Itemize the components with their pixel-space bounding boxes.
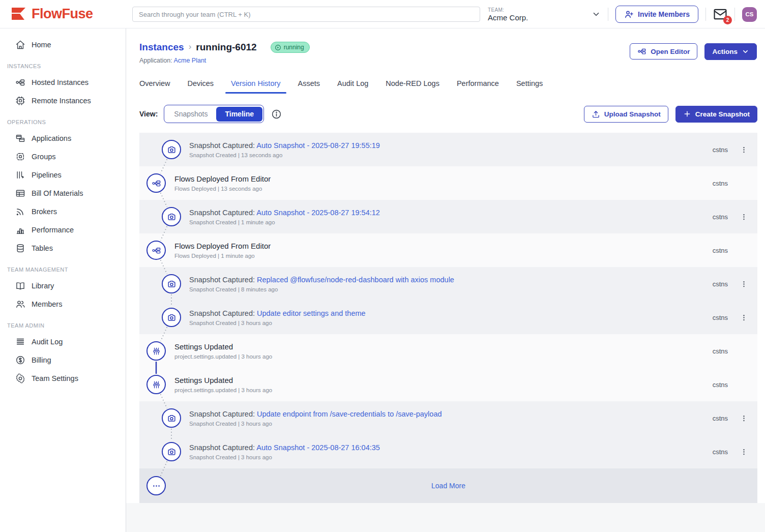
event-title: Flows Deployed From Editor — [174, 174, 271, 183]
snapshot-link[interactable]: Update editor settings and theme — [257, 309, 366, 317]
kebab-menu-icon[interactable] — [738, 311, 749, 323]
timeline-row: Flows Deployed From Editor Flows Deploye… — [139, 166, 757, 200]
bom-icon — [15, 188, 25, 198]
tab-version-history[interactable]: Version History — [225, 74, 286, 94]
applications-icon — [15, 133, 25, 143]
info-icon[interactable] — [271, 109, 282, 120]
sidebar-item-brokers[interactable]: Brokers — [0, 202, 126, 221]
actions-label: Actions — [712, 48, 738, 55]
camera-icon — [162, 408, 181, 428]
breadcrumb: Instances › running-6012 running — [139, 42, 310, 53]
event-title: Settings Updated — [174, 376, 272, 385]
flowfuse-logo-icon — [10, 7, 27, 22]
sidebar-item-audit-log[interactable]: Audit Log — [0, 333, 126, 351]
status-badge: running — [271, 42, 310, 53]
invite-members-label: Invite Members — [638, 10, 690, 18]
timeline-row-user: cstns — [713, 415, 728, 422]
timeline-row-meta: Snapshot Created | 3 hours ago — [189, 320, 366, 326]
tab-audit-log[interactable]: Audit Log — [332, 74, 374, 94]
timeline-row-meta: Snapshot Created | 3 hours ago — [189, 421, 442, 427]
sidebar-item-members[interactable]: Members — [0, 295, 126, 313]
camera-icon — [162, 274, 181, 293]
sidebar-item-label: Bill Of Materials — [32, 189, 83, 197]
sidebar-item-remote-instances[interactable]: Remote Instances — [0, 92, 126, 110]
timeline-row-meta: Flows Deployed | 1 minute ago — [174, 253, 271, 259]
view-option-snapshots[interactable]: Snapshots — [165, 107, 216, 122]
sidebar-item-label: Audit Log — [32, 338, 63, 346]
flowfuse-logo[interactable]: FlowFuse — [10, 6, 93, 22]
user-avatar[interactable]: CS — [742, 7, 757, 22]
snapshot-captured-label: Snapshot Captured: — [189, 209, 256, 217]
breadcrumb-instances-link[interactable]: Instances — [139, 42, 184, 53]
user-plus-icon — [624, 10, 634, 19]
snapshot-link[interactable]: Auto Snapshot - 2025-08-27 19:54:12 — [256, 209, 380, 217]
invite-members-button[interactable]: Invite Members — [615, 6, 698, 23]
chip-icon — [15, 96, 25, 106]
view-option-timeline[interactable]: Timeline — [216, 107, 262, 122]
timeline-row: Snapshot Captured: Replaced @flowfuse/no… — [139, 267, 757, 301]
create-snapshot-label: Create Snapshot — [695, 110, 750, 118]
sidebar-item-applications[interactable]: Applications — [0, 129, 126, 147]
sidebar-item-performance[interactable]: Performance — [0, 221, 126, 239]
create-snapshot-button[interactable]: Create Snapshot — [675, 106, 757, 123]
timeline-row-user: cstns — [713, 314, 728, 321]
sidebar-item-label: Library — [32, 282, 54, 290]
kebab-menu-icon[interactable] — [738, 143, 749, 156]
header-divider — [608, 8, 608, 21]
sidebar-item-groups[interactable]: Groups — [0, 147, 126, 166]
sidebar-item-bill-of-materials[interactable]: Bill Of Materials — [0, 184, 126, 202]
tab-bar: OverviewDevicesVersion HistoryAssetsAudi… — [134, 74, 554, 94]
sidebar-item-library[interactable]: Library — [0, 277, 126, 295]
content-background — [126, 503, 765, 532]
top-navbar: FlowFuse TEAM: Acme Corp. Invite Members — [0, 0, 765, 28]
library-icon — [15, 281, 25, 291]
kebab-menu-icon[interactable] — [738, 446, 749, 458]
snapshot-link[interactable]: Replaced @flowfuse/node-red-dashboard wi… — [257, 276, 454, 284]
groups-icon — [15, 152, 25, 162]
performance-icon — [15, 225, 25, 235]
sidebar-item-label: Billing — [32, 356, 51, 364]
tables-icon — [15, 243, 25, 253]
tab-devices[interactable]: Devices — [182, 74, 219, 94]
sidebar-item-team-settings[interactable]: Team Settings — [0, 369, 126, 388]
snapshot-link[interactable]: Auto Snapshot - 2025-08-27 16:04:35 — [256, 444, 380, 452]
billing-icon — [15, 355, 25, 365]
timeline-row-meta: Snapshot Created | 8 minutes ago — [189, 286, 454, 292]
view-toggle: SnapshotsTimeline — [164, 105, 264, 123]
application-link[interactable]: Acme Plant — [173, 57, 206, 64]
sidebar-item-tables[interactable]: Tables — [0, 239, 126, 257]
snapshot-link[interactable]: Update endpoint from /save-credentials t… — [257, 410, 442, 418]
timeline-row: Snapshot Captured: Update endpoint from … — [139, 401, 757, 435]
ellipsis-icon — [146, 476, 166, 495]
tab-node-red-logs[interactable]: Node-RED Logs — [380, 74, 445, 94]
plus-icon — [683, 110, 691, 118]
kebab-menu-icon[interactable] — [738, 412, 749, 424]
sidebar-section-label: OPERATIONS — [0, 110, 126, 129]
open-editor-button[interactable]: Open Editor — [630, 43, 697, 60]
kebab-menu-icon[interactable] — [738, 278, 749, 290]
sidebar-item-hosted-instances[interactable]: Hosted Instances — [0, 73, 126, 92]
upload-snapshot-button[interactable]: Upload Snapshot — [584, 106, 668, 123]
tab-assets[interactable]: Assets — [292, 74, 326, 94]
kebab-menu-icon[interactable] — [738, 211, 749, 223]
timeline-row-user: cstns — [713, 247, 728, 254]
sidebar-item-pipelines[interactable]: Pipelines — [0, 166, 126, 184]
view-toolbar: View: SnapshotsTimeline Upload Snapshot … — [139, 104, 757, 124]
sidebar: HomeINSTANCESHosted InstancesRemote Inst… — [0, 28, 126, 532]
tab-settings[interactable]: Settings — [511, 74, 548, 94]
notifications-button[interactable]: 2 — [713, 8, 727, 20]
sliders-icon — [146, 341, 166, 361]
tab-performance[interactable]: Performance — [451, 74, 505, 94]
sidebar-item-billing[interactable]: Billing — [0, 351, 126, 369]
page-title: running-6012 — [196, 42, 256, 53]
actions-button[interactable]: Actions — [704, 43, 757, 60]
sidebar-item-home[interactable]: Home — [0, 36, 126, 54]
team-selector[interactable]: TEAM: Acme Corp. — [488, 7, 601, 22]
timeline-row-user: cstns — [713, 381, 728, 389]
snapshot-link[interactable]: Auto Snapshot - 2025-08-27 19:55:19 — [256, 141, 380, 150]
load-more-link[interactable]: Load More — [431, 482, 465, 490]
tab-overview[interactable]: Overview — [134, 74, 175, 94]
camera-icon — [162, 207, 181, 226]
search-input[interactable] — [132, 7, 480, 22]
main-content: Instances › running-6012 running Applica… — [126, 28, 765, 532]
